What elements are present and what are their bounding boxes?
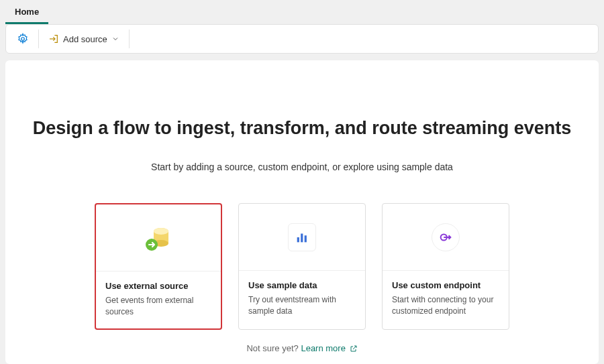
svg-rect-6 [297, 237, 299, 242]
card-body: Use sample data Try out eventstream with… [239, 271, 365, 328]
tab-bar: Home [0, 0, 604, 24]
footer-prompt: Not sure yet? [246, 343, 298, 353]
card-icon-area [96, 204, 221, 271]
database-arrow-icon [142, 221, 175, 255]
page-subtext: Start by adding a source, custom endpoin… [32, 162, 572, 172]
bar-chart-icon [295, 230, 309, 245]
add-source-button[interactable]: Add source [42, 29, 126, 48]
option-cards-row: Use external source Get events from exte… [32, 203, 572, 330]
option-card-custom-endpoint[interactable]: Use custom endpoint Start with connectin… [382, 203, 509, 330]
option-card-sample-data[interactable]: Use sample data Try out eventstream with… [238, 203, 366, 330]
icon-tile [432, 223, 460, 251]
add-source-label: Add source [63, 34, 107, 44]
card-desc: Try out eventstream with sample data [248, 294, 356, 317]
icon-tile [288, 223, 316, 251]
endpoint-icon [438, 230, 453, 245]
card-title: Use external source [105, 281, 211, 291]
svg-point-0 [21, 38, 25, 41]
svg-rect-7 [301, 233, 303, 242]
tab-home-label: Home [15, 7, 39, 17]
footer-line: Not sure yet? Learn more [32, 343, 572, 353]
card-desc: Get events from external sources [105, 295, 211, 318]
card-icon-area [239, 204, 365, 271]
card-desc: Start with connecting to your customized… [392, 294, 499, 317]
toolbar-divider-2 [129, 29, 130, 48]
card-icon-area [383, 204, 509, 271]
gear-icon [17, 33, 29, 45]
learn-more-link[interactable]: Learn more [301, 343, 357, 353]
toolbar: Add source [5, 24, 599, 54]
settings-button[interactable] [10, 29, 36, 49]
chevron-down-icon [111, 35, 119, 43]
toolbar-divider [38, 29, 39, 48]
external-link-icon [350, 345, 358, 353]
card-body: Use custom endpoint Start with connectin… [383, 271, 509, 328]
svg-rect-8 [305, 235, 307, 242]
card-body: Use external source Get events from exte… [96, 271, 221, 328]
svg-point-4 [154, 228, 168, 235]
option-card-external-source[interactable]: Use external source Get events from exte… [95, 203, 222, 330]
page-headline: Design a flow to ingest, transform, and … [32, 118, 572, 139]
learn-more-label: Learn more [301, 343, 345, 353]
card-title: Use custom endpoint [392, 280, 499, 290]
ingest-icon [48, 34, 59, 44]
card-title: Use sample data [248, 280, 356, 290]
tab-home[interactable]: Home [5, 1, 48, 24]
main-content: Design a flow to ingest, transform, and … [5, 60, 599, 364]
